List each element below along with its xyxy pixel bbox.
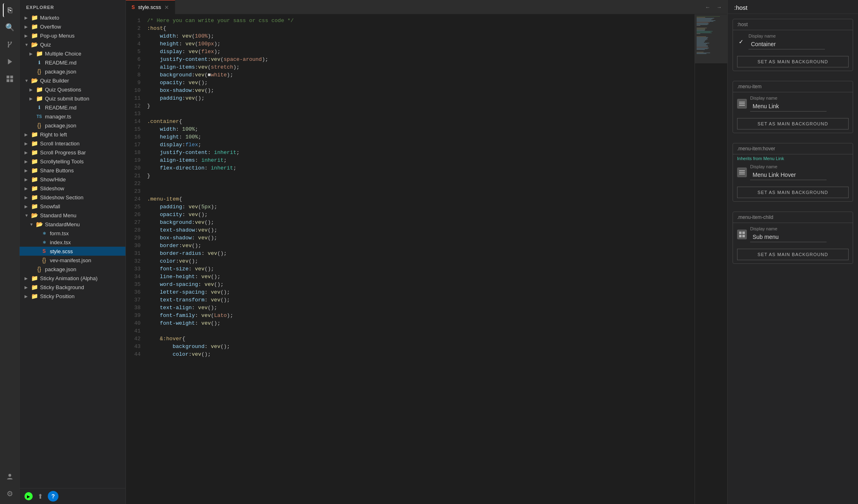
set-main-background-button-4[interactable]: SET AS MAIN BACKGROUND	[737, 249, 849, 260]
files-icon[interactable]: ⎘	[3, 3, 17, 17]
sidebar-item-label: Overflow	[40, 24, 61, 30]
account-icon[interactable]	[3, 470, 17, 484]
menu-link-display-name-input[interactable]	[750, 101, 827, 112]
ts-file-icon: TS	[36, 113, 42, 120]
sidebar-item-standard-menu[interactable]: ▼ 📂 Standard Menu	[20, 211, 125, 220]
sidebar-item-package-sm[interactable]: ▶ {} package.json	[20, 265, 125, 274]
sidebar-item-vev-manifest[interactable]: ▶ {} vev-manifest.json	[20, 256, 125, 265]
navigate-forward-button[interactable]: →	[714, 2, 724, 12]
sidebar-item-label: Right to left	[40, 132, 67, 138]
sidebar-item-label: index.tsx	[50, 239, 71, 245]
sidebar-item-snowfall[interactable]: ▶ 📁 Snowfall	[20, 202, 125, 211]
folder-icon: 📁	[31, 203, 38, 210]
sidebar-item-manager-ts[interactable]: ▶ TS manager.ts	[20, 112, 125, 121]
sidebar-item-scrollytelling[interactable]: ▶ 📁 Scrollytelling Tools	[20, 157, 125, 166]
check-icon[interactable]: ✓	[737, 38, 745, 46]
sidebar-item-label: Quiz Builder	[40, 78, 69, 84]
sidebar-item-popup-menus[interactable]: ▶ 📁 Pop-up Menus	[20, 31, 125, 40]
sidebar-item-scroll-interaction[interactable]: ▶ 📁 Scroll Interaction	[20, 139, 125, 148]
menu-item-hover-display-name-row: Display name	[733, 161, 853, 183]
chevron-icon: ▶	[29, 96, 34, 101]
folder-icon: 📁	[36, 50, 42, 57]
question-bubble[interactable]: ?	[48, 491, 58, 502]
sidebar-item-quiz-builder[interactable]: ▼ 📂 Quiz Builder	[20, 76, 125, 85]
run-icon[interactable]: ▶	[25, 492, 33, 500]
svg-point-0	[7, 42, 9, 43]
sidebar-item-readme-qb[interactable]: ▶ ℹ README.md	[20, 103, 125, 112]
sidebar-item-right-to-left[interactable]: ▶ 📁 Right to left	[20, 130, 125, 139]
sidebar-item-sticky-animation[interactable]: ▶ 📁 Sticky Animation (Alpha)	[20, 274, 125, 283]
sidebar-item-quiz-questions[interactable]: ▶ 📁 Quiz Questions	[20, 85, 125, 94]
svg-point-1	[10, 42, 11, 43]
folder-icon: 📁	[31, 23, 38, 30]
sidebar-item-label: Pop-up Menus	[40, 33, 75, 39]
source-control-icon[interactable]	[3, 38, 17, 51]
activity-bar: ⎘ 🔍 ⚙	[0, 0, 20, 504]
chevron-icon: ▼	[25, 42, 29, 47]
minimap[interactable]	[695, 14, 727, 504]
sidebar-item-label: Scroll Interaction	[40, 140, 80, 147]
host-selector-label: :host	[733, 19, 853, 30]
sidebar-title: EXPLORER	[20, 0, 125, 13]
debug-icon[interactable]	[3, 55, 17, 69]
folder-icon: 📁	[31, 194, 38, 201]
sidebar-item-slideshow[interactable]: ▶ 📁 Slideshow	[20, 184, 125, 193]
menu-link-hover-display-name-input[interactable]	[750, 170, 827, 180]
sidebar-item-slideshow-section[interactable]: ▶ 📁 Slideshow Section	[20, 193, 125, 202]
tab-style-scss[interactable]: S style.scss ✕	[126, 0, 175, 14]
menu-item-child-display-name-row: Display name	[733, 223, 853, 245]
sidebar-item-style-scss[interactable]: ▶ S style.scss	[20, 247, 125, 256]
sidebar-item-readme-quiz[interactable]: ▶ ℹ README.md	[20, 58, 125, 67]
sidebar-item-index-tsx[interactable]: ▶ ⚛ index.tsx	[20, 238, 125, 247]
sidebar-item-show-hide[interactable]: ▶ 📁 Show/Hide	[20, 175, 125, 184]
tsx-file-icon: ⚛	[41, 230, 47, 236]
navigate-back-button[interactable]: ←	[703, 2, 713, 12]
chevron-icon: ▶	[25, 168, 29, 173]
set-main-background-button-2[interactable]: SET AS MAIN BACKGROUND	[737, 118, 849, 129]
display-name-label: Display name	[750, 96, 849, 100]
search-icon[interactable]: 🔍	[3, 20, 17, 34]
sidebar-item-quiz-submit[interactable]: ▶ 📁 Quiz submit button	[20, 94, 125, 103]
folder-open-icon: 📂	[31, 212, 38, 219]
sidebar-item-quiz[interactable]: ▼ 📂 Quiz	[20, 40, 125, 49]
set-main-background-button-3[interactable]: SET AS MAIN BACKGROUND	[737, 187, 849, 198]
sub-menu-display-name-input[interactable]	[750, 232, 827, 242]
sidebar-item-label: Share Buttons	[40, 167, 74, 174]
sidebar-item-sticky-background[interactable]: ▶ 📁 Sticky Background	[20, 283, 125, 292]
display-name-input[interactable]	[749, 39, 825, 49]
publish-icon[interactable]: ⬆	[38, 493, 43, 500]
sidebar-item-standard-menu-sub[interactable]: ▼ 📂 StandardMenu	[20, 220, 125, 229]
sidebar-item-package-quiz[interactable]: ▶ {} package.json	[20, 67, 125, 76]
sidebar-item-overflow[interactable]: ▶ 📁 Overflow	[20, 22, 125, 31]
folder-icon: 📁	[31, 176, 38, 183]
svg-point-9	[8, 474, 11, 477]
menu-item-selector-label: .menu-item	[733, 81, 853, 92]
svg-rect-12	[739, 105, 745, 106]
sidebar-item-multiple-choice[interactable]: ▶ 📁 Multiple Choice	[20, 49, 125, 58]
sidebar-item-label: manager.ts	[45, 114, 71, 120]
chevron-icon: ▶	[25, 25, 29, 29]
sidebar-item-form-tsx[interactable]: ▶ ⚛ form.tsx	[20, 229, 125, 238]
chevron-icon: ▶	[25, 159, 29, 164]
svg-rect-6	[10, 76, 13, 78]
menu-item-display-name-row: Display name	[733, 92, 853, 115]
sidebar-item-package-qb[interactable]: ▶ {} package.json	[20, 121, 125, 130]
sidebar-item-sticky-position[interactable]: ▶ 📁 Sticky Position	[20, 292, 125, 301]
set-main-background-button[interactable]: SET AS MAIN BACKGROUND	[737, 56, 849, 67]
sidebar-item-label: package.json	[45, 123, 76, 129]
sidebar-item-marketo[interactable]: ▶ 📁 Marketo	[20, 13, 125, 22]
extensions-icon[interactable]	[3, 72, 17, 86]
svg-rect-17	[742, 232, 745, 234]
folder-open-icon: 📂	[31, 41, 38, 48]
panel-selector-bar: :host	[728, 0, 858, 14]
chevron-icon: ▶	[25, 141, 29, 146]
svg-rect-14	[739, 172, 745, 173]
chevron-icon: ▶	[25, 33, 29, 38]
code-content[interactable]: /* Here you can write your sass or css c…	[144, 14, 695, 504]
sidebar-item-share-buttons[interactable]: ▶ 📁 Share Buttons	[20, 166, 125, 175]
menu-item-child-icon	[737, 230, 747, 239]
tab-close-button[interactable]: ✕	[164, 4, 169, 11]
sidebar-item-scroll-progress[interactable]: ▶ 📁 Scroll Progress Bar	[20, 148, 125, 157]
sidebar-item-label: Scroll Progress Bar	[40, 149, 86, 156]
settings-icon[interactable]: ⚙	[3, 487, 17, 501]
